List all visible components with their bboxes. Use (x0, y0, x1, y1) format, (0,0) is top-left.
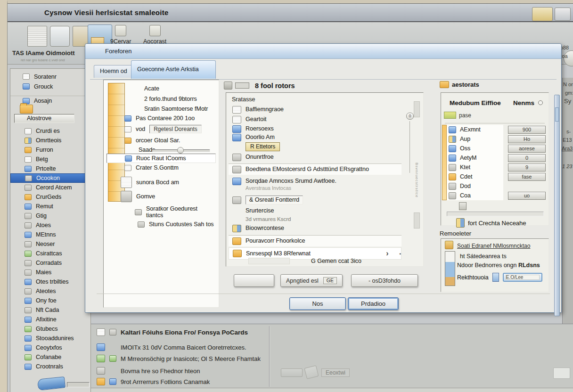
footer-button[interactable]: Nos (289, 297, 346, 310)
tree-item[interactable]: 2 forlo.thund 9btorrs (106, 94, 216, 104)
tree-item[interactable]: orcoer Gtoal Sar. (106, 136, 216, 145)
toolbar-main-group[interactable]: TAS IAame Oidmoiott ret nar gro tusere c… (12, 24, 95, 64)
setting-row[interactable]: Aup Ho (447, 134, 546, 144)
sidebar-item[interactable]: Grouck (10, 82, 90, 91)
sidebar-item[interactable]: Maies (10, 268, 90, 277)
sidebar-item[interactable]: Csirattcas (10, 249, 90, 258)
tree-item[interactable]: Saads (106, 145, 216, 155)
tree-item[interactable]: Ruoc Raut ICooms (106, 154, 216, 163)
setting-row[interactable]: AetyM 0 (447, 153, 546, 163)
tree-item[interactable]: Crater S.Gonttm (106, 163, 216, 172)
sidebar-item[interactable]: Stooaddunires (10, 334, 90, 343)
list-item[interactable]: IMOITx 31 0dV Comma Baicert Ooretrretcxe… (97, 342, 246, 352)
tree-item[interactable]: Gomve (106, 189, 216, 204)
option-item[interactable]: & Osreati Fontterrd (229, 196, 401, 204)
list-item[interactable]: 9rot Arrrerrurs Fotlions Canamak (97, 376, 210, 387)
option-item[interactable]: Sorqdae Amncoxs Srumd Awtfoee. Averstrau… (229, 177, 401, 194)
sidebar-item[interactable]: Cofanabe (10, 352, 90, 362)
sidebar-item[interactable]: Prtcelte (10, 164, 90, 173)
sidebar-item[interactable]: Ateotes (10, 286, 90, 296)
chevron-right-icon[interactable]: › (386, 250, 388, 257)
setting-row[interactable]: AExmnt 900 (447, 125, 546, 134)
setting-row[interactable]: Dod (447, 181, 546, 191)
sidebar-item[interactable]: Crootnrals (10, 362, 90, 371)
font-manager-row[interactable]: fort Crechta Neceahe (456, 218, 526, 228)
sidebar-item[interactable]: Ceoytxfos (10, 343, 90, 352)
dialog-tab[interactable]: Hoemn od (94, 65, 133, 78)
option-item[interactable]: Ooorlio Am (229, 133, 401, 142)
remote-input[interactable]: E.O/Lee (503, 273, 542, 282)
scrollbar-thumb[interactable] (555, 107, 559, 122)
sidebar-item[interactable]: Nft Cada (10, 305, 90, 315)
sidebar-item[interactable]: Afixitine (10, 315, 90, 324)
option-item[interactable]: Onunrtfroe (229, 153, 401, 162)
option-item[interactable]: Srurtercise (229, 206, 401, 215)
disabled-button[interactable]: Eeoxtwi (321, 368, 350, 377)
dialog-tab[interactable]: Goeconne Asrte Arkstia (131, 60, 216, 79)
setting-value-button[interactable]: 9 (508, 163, 546, 172)
option-item[interactable]: Geartoit (229, 115, 401, 124)
list-item[interactable]: Kaltari Fóiuhs Eiona Fro/ Fonsya PoCards (97, 327, 248, 337)
sidebar-item[interactable]: Crurdi es (10, 126, 90, 136)
action-button[interactable]: - osD3fohdo (351, 274, 418, 287)
sidebar-item[interactable]: Ocookon (10, 173, 90, 183)
tree-item[interactable]: Sratin Saomtoerse fMotr (106, 104, 216, 114)
option-item[interactable]: Pouravcorr Fhoorkolce (229, 235, 401, 246)
setting-value-button[interactable]: Ho (508, 135, 546, 143)
sidebar-item[interactable]: Betg (10, 155, 90, 164)
sidebar-group-header[interactable]: Alostrove (14, 114, 74, 123)
tree-item[interactable]: sunora Bocd am (106, 176, 216, 188)
sidebar-item[interactable]: Soratenr (10, 72, 90, 82)
option-item[interactable]: 3d vrmaures Kscrd (229, 215, 401, 224)
option-item[interactable]: Bioowrcontese (229, 224, 401, 233)
sidebar-item[interactable]: Corradats (10, 258, 90, 268)
sidebar-item[interactable]: Gtubecs (10, 324, 90, 334)
option-item[interactable]: G Gemen ccat 3ico (229, 257, 401, 265)
action-button[interactable]: Apngtied esl GE (280, 274, 343, 287)
sidebar-item[interactable]: Remut (10, 202, 90, 211)
app-titlebar[interactable]: Cysnow Viesii herlsicstat smaleoite (8, 3, 573, 22)
sidebar-item[interactable]: MEtnns (10, 230, 90, 239)
setting-row[interactable]: Cdet fase (447, 172, 546, 181)
option-item[interactable]: Roersoexs (229, 124, 401, 133)
sidebar-item[interactable]: CrurGeds (10, 192, 90, 202)
sidebar-item[interactable]: Gtig (10, 211, 90, 220)
sidebar-item[interactable]: Omrtteois (10, 136, 90, 145)
list-item[interactable]: Bovma hre so Fhednor hteon (97, 366, 200, 376)
tree-item-value[interactable]: Rgetesl Doreants (149, 125, 202, 133)
tree-item[interactable]: Stuns Cuotustes Sah tos (106, 220, 216, 229)
sidebar-item[interactable]: Furron (10, 145, 90, 155)
sidebar-item[interactable]: Atoes (10, 220, 90, 230)
sidebar-item[interactable]: Otes trbilties (10, 277, 90, 286)
sidebar-item[interactable]: Ony foe (10, 296, 90, 305)
dialog-titlebar[interactable]: Foreforen (85, 44, 561, 59)
setting-value-button[interactable]: 900 (508, 126, 546, 134)
small-device-icon[interactable] (555, 8, 571, 21)
footer-button[interactable]: Prdadioo (348, 297, 399, 310)
card-reader-icon[interactable] (532, 7, 553, 21)
setting-row[interactable]: Oss aorese (447, 144, 546, 153)
tree-item[interactable]: vod Rgetesl Doreants (106, 124, 216, 134)
sidebar-item[interactable]: Neoser (10, 239, 90, 249)
list-item[interactable]: M Mrreonsöchig pr Inasicotc; Ol S Meerce… (97, 353, 261, 364)
radio-icon[interactable] (538, 100, 543, 105)
tree-item[interactable]: Pas Contaree 200 1oo (106, 114, 216, 123)
dialog-scrollbar[interactable] (554, 95, 560, 316)
sidebar-item[interactable]: Cerord Atcem (10, 183, 90, 192)
setting-value-button[interactable]: aorese (508, 145, 546, 153)
horizontal-scrollbar[interactable] (447, 212, 544, 216)
setting-value-button[interactable]: fase (508, 173, 546, 181)
sidebar-scrollbar[interactable] (67, 382, 90, 387)
option-item[interactable]: R Ettetors (229, 142, 401, 151)
setting-row[interactable]: Ktet 9 (447, 163, 546, 172)
tree-item[interactable]: Acate (106, 84, 216, 93)
background-button[interactable] (553, 368, 570, 379)
setting-value-button[interactable]: 0 (508, 154, 546, 162)
option-item[interactable]: Baffiemngraoe (229, 105, 401, 114)
option-item[interactable]: Boedtena EMostcersrd G Adstttünd ERsgrat… (229, 163, 401, 175)
action-button[interactable] (234, 274, 274, 287)
setting-value-button[interactable]: uo (508, 192, 546, 200)
tree-item[interactable]: Soratkor Goedurest tiantcs (106, 207, 216, 217)
slider-handle[interactable]: 0 (406, 113, 414, 120)
setting-row[interactable]: Coa uo (447, 191, 546, 200)
